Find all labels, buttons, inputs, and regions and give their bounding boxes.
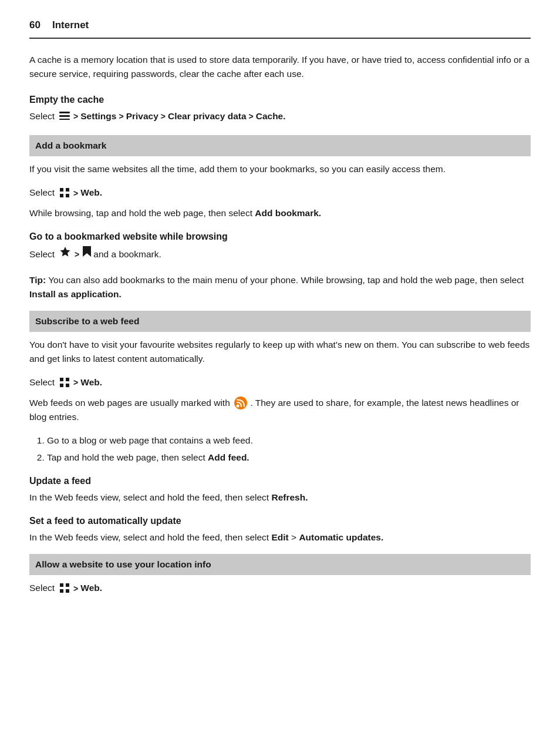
menu-icon-1 — [58, 109, 71, 124]
auto-update-heading: Set a feed to automatically update — [29, 514, 531, 528]
grid-icon-3 — [58, 581, 71, 596]
select-label-1: Select — [29, 109, 55, 124]
subscribe-instruction-1: Select > Web. — [29, 375, 531, 390]
space-chevron-auto: > — [291, 532, 299, 542]
svg-rect-3 — [66, 194, 69, 197]
chevron-6: > — [75, 248, 79, 261]
allow-location-instruction: Select > Web. — [29, 581, 531, 596]
subscribe-feed-section-header: Subscribe to a web feed — [29, 311, 531, 332]
apps-grid-icon-3 — [59, 583, 70, 593]
select-label-4: Select — [29, 375, 55, 390]
add-bookmark-instruction-1: Select > Web. — [29, 186, 531, 200]
list-item-1-text: Go to a blog or web page that contains a… — [47, 435, 253, 445]
settings-label: Settings — [80, 109, 116, 124]
add-bookmark-label: Add a bookmark — [35, 140, 106, 150]
empty-cache-heading: Empty the cache — [29, 93, 531, 107]
intro-paragraph: A cache is a memory location that is use… — [29, 53, 531, 81]
rss-icon — [234, 397, 246, 408]
chevron-7: > — [73, 376, 78, 389]
apps-grid-icon — [59, 187, 70, 198]
svg-rect-1 — [66, 188, 69, 192]
chevron-2: > — [119, 110, 123, 123]
bookmark-icon-shape — [83, 246, 91, 261]
svg-rect-2 — [60, 194, 63, 197]
select-label-3: Select — [29, 247, 55, 262]
edit-bold: Edit — [271, 532, 288, 542]
menu-icon — [59, 112, 70, 120]
add-bookmark-instruction-2: While browsing, tap and hold the web pag… — [29, 206, 531, 220]
chevron-4: > — [249, 110, 254, 123]
page-container: 60 Internet A cache is a memory location… — [0, 0, 560, 739]
empty-cache-instruction: Select > Settings > Privacy > Clear priv… — [29, 109, 531, 124]
select-label-2: Select — [29, 186, 55, 200]
svg-marker-4 — [60, 247, 70, 257]
svg-rect-6 — [60, 378, 63, 381]
privacy-label: Privacy — [126, 109, 158, 124]
feed-text-before: Web feeds on web pages are usually marke… — [29, 398, 232, 408]
add-bookmark-section-header: Add a bookmark — [29, 135, 531, 156]
web-label-2: Web. — [80, 375, 102, 390]
tip-paragraph: Tip: You can also add bookmarks to the m… — [29, 273, 531, 301]
clear-privacy-label: Clear privacy data — [168, 109, 247, 124]
page-header: 60 Internet — [29, 18, 531, 39]
svg-rect-0 — [60, 188, 63, 192]
chevron-3: > — [161, 110, 166, 123]
update-feed-text: In the Web feeds view, select and hold t… — [29, 491, 531, 505]
star-icon — [58, 246, 72, 263]
chevron-5: > — [73, 187, 78, 200]
svg-rect-8 — [60, 384, 63, 387]
tip-text: You can also add bookmarks to the main m… — [48, 275, 524, 285]
svg-point-11 — [237, 404, 239, 407]
and-bookmark-text: and a bookmark. — [93, 247, 161, 262]
cache-label: Cache. — [256, 109, 286, 124]
while-browsing-text: While browsing, tap and hold the web pag… — [29, 208, 255, 218]
grid-icon-1 — [58, 186, 71, 200]
svg-rect-7 — [66, 378, 69, 381]
update-text-before: In the Web feeds view, select and hold t… — [29, 492, 269, 502]
svg-rect-15 — [66, 589, 69, 593]
subscribe-feed-label: Subscribe to a web feed — [35, 316, 139, 326]
add-bookmark-bold: Add bookmark. — [255, 208, 321, 218]
add-bookmark-body: If you visit the same websites all the t… — [29, 162, 531, 176]
refresh-bold: Refresh. — [271, 492, 308, 502]
grid-icon-2 — [58, 375, 71, 390]
apps-grid-icon-2 — [59, 377, 70, 388]
star-icon-shape — [59, 246, 71, 262]
add-feed-bold: Add feed. — [208, 452, 249, 462]
select-label-5: Select — [29, 581, 55, 596]
list-item-1: Go to a blog or web page that contains a… — [47, 434, 531, 448]
svg-rect-9 — [66, 384, 69, 387]
page-section-title: Internet — [52, 18, 89, 33]
install-as-application-label: Install as application. — [29, 289, 122, 299]
bookmarked-website-instruction: Select > and a bookmark. — [29, 246, 531, 263]
web-feeds-text: Web feeds on web pages are usually marke… — [29, 396, 531, 424]
chevron-8: > — [73, 582, 78, 595]
feed-numbered-list: Go to a blog or web page that contains a… — [47, 434, 531, 465]
subscribe-feed-body: You don't have to visit your favourite w… — [29, 338, 531, 366]
auto-text-before: In the Web feeds view, select and hold t… — [29, 532, 269, 542]
bookmarked-website-heading: Go to a bookmarked website while browsin… — [29, 230, 531, 244]
svg-marker-5 — [83, 246, 91, 257]
svg-rect-14 — [60, 589, 63, 593]
bookmark-icon — [82, 247, 92, 262]
auto-update-text: In the Web feeds view, select and hold t… — [29, 530, 531, 545]
list-item-2-text-before: Tap and hold the web page, then select — [47, 452, 208, 462]
list-item-2: Tap and hold the web page, then select A… — [47, 451, 531, 465]
svg-rect-12 — [60, 583, 63, 587]
tip-label: Tip: — [29, 275, 46, 285]
auto-updates-bold: Automatic updates. — [299, 532, 383, 542]
page-number: 60 — [29, 18, 41, 33]
chevron-1: > — [73, 110, 78, 123]
web-label-1: Web. — [80, 186, 102, 200]
web-label-3: Web. — [80, 581, 102, 596]
update-feed-heading: Update a feed — [29, 474, 531, 488]
allow-location-label: Allow a website to use your location inf… — [35, 559, 211, 569]
allow-location-section-header: Allow a website to use your location inf… — [29, 554, 531, 575]
svg-rect-13 — [66, 583, 69, 587]
